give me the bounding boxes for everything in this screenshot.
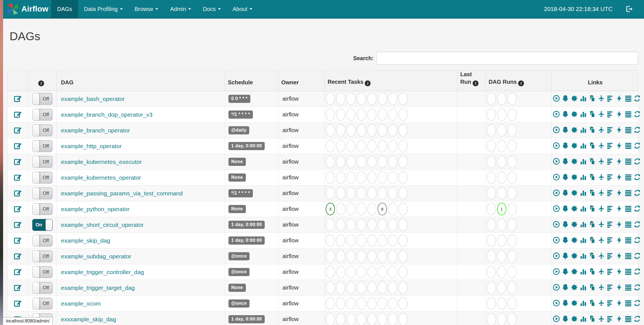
trigger-dag-icon[interactable]	[553, 95, 560, 102]
gantt-icon[interactable]	[607, 299, 614, 307]
edit-dag-icon[interactable]	[14, 189, 22, 197]
edit-dag-icon[interactable]	[14, 110, 22, 119]
recent-task-circle[interactable]	[346, 234, 356, 247]
dag-name-link[interactable]: example_xcom	[61, 300, 101, 307]
schedule-badge[interactable]: 1 day, 0:00:00	[228, 142, 265, 150]
recent-task-circle[interactable]	[398, 108, 408, 121]
dag-run-circle[interactable]	[497, 124, 506, 137]
graph-view-icon[interactable]	[571, 173, 578, 181]
recent-task-circle[interactable]	[336, 234, 345, 247]
dag-run-circle[interactable]	[497, 297, 506, 310]
dag-run-circle[interactable]	[487, 140, 496, 152]
dag-name-link[interactable]: example_kubernetes_executor	[61, 159, 142, 165]
recent-task-circle[interactable]	[367, 313, 377, 325]
dag-run-circle[interactable]	[507, 250, 517, 263]
dag-pause-toggle[interactable]: Off	[32, 109, 53, 121]
recent-task-circle[interactable]	[326, 297, 335, 310]
recent-task-circle[interactable]	[336, 155, 345, 168]
nav-item-docs[interactable]: Docs	[197, 0, 227, 18]
edit-dag-icon[interactable]	[14, 236, 22, 245]
recent-task-circle[interactable]	[378, 92, 387, 105]
landing-times-icon[interactable]	[598, 252, 605, 259]
code-icon[interactable]	[616, 126, 623, 134]
recent-task-circle[interactable]	[336, 124, 345, 137]
code-icon[interactable]	[616, 252, 623, 259]
recent-task-circle[interactable]: 8	[378, 203, 387, 215]
recent-task-circle[interactable]	[388, 124, 397, 137]
recent-task-circle[interactable]	[336, 108, 345, 121]
trigger-dag-icon[interactable]	[553, 268, 560, 275]
recent-task-circle[interactable]	[357, 266, 366, 278]
recent-task-circle[interactable]	[357, 234, 366, 247]
dag-run-circle[interactable]	[487, 187, 496, 200]
tree-view-icon[interactable]	[562, 205, 569, 212]
task-tries-icon[interactable]	[589, 110, 596, 118]
tree-view-icon[interactable]	[562, 315, 569, 322]
recent-task-circle[interactable]	[378, 124, 387, 137]
details-icon[interactable]	[625, 236, 632, 244]
recent-task-circle[interactable]	[388, 266, 397, 278]
dag-run-circle[interactable]	[487, 92, 496, 105]
details-icon[interactable]	[625, 189, 632, 197]
recent-task-circle[interactable]	[398, 218, 408, 231]
tree-view-icon[interactable]	[562, 268, 569, 275]
recent-task-circle[interactable]	[346, 297, 356, 310]
recent-task-circle[interactable]	[346, 281, 356, 294]
task-duration-icon[interactable]	[580, 142, 587, 149]
recent-task-circle[interactable]	[378, 297, 387, 310]
dag-run-circle[interactable]	[497, 187, 506, 200]
edit-dag-icon[interactable]	[14, 252, 22, 260]
dag-pause-toggle[interactable]: Off	[32, 188, 53, 199]
recent-task-circle[interactable]	[388, 155, 397, 168]
recent-task-circle[interactable]	[346, 313, 356, 325]
recent-task-circle[interactable]	[388, 297, 397, 310]
recent-task-circle[interactable]	[346, 250, 356, 263]
logout-icon[interactable]	[625, 5, 633, 13]
recent-task-circle[interactable]	[346, 140, 356, 152]
dag-pause-toggle[interactable]: Off	[32, 250, 53, 262]
gantt-icon[interactable]	[607, 189, 614, 197]
recent-task-circle[interactable]	[326, 218, 335, 231]
code-icon[interactable]	[616, 142, 623, 149]
landing-times-icon[interactable]	[598, 205, 605, 212]
task-tries-icon[interactable]	[589, 284, 596, 291]
dag-pause-toggle[interactable]: Off	[32, 203, 53, 215]
recent-task-circle[interactable]	[388, 187, 397, 200]
recent-task-circle[interactable]	[336, 313, 345, 325]
details-icon[interactable]	[625, 284, 632, 291]
dag-run-circle[interactable]	[497, 313, 506, 325]
recent-task-circle[interactable]	[367, 108, 377, 121]
task-tries-icon[interactable]	[589, 158, 596, 165]
gantt-icon[interactable]	[607, 205, 614, 212]
recent-task-circle[interactable]	[336, 171, 345, 184]
trigger-dag-icon[interactable]	[553, 315, 560, 322]
task-tries-icon[interactable]	[589, 268, 596, 275]
dag-run-circle[interactable]	[487, 281, 496, 294]
task-tries-icon[interactable]	[589, 126, 596, 134]
dag-pause-toggle[interactable]: Off	[32, 282, 53, 294]
recent-task-circle[interactable]	[378, 281, 387, 294]
recent-task-circle[interactable]	[346, 124, 356, 137]
dag-run-circle[interactable]	[507, 266, 517, 278]
dag-run-circle[interactable]	[487, 108, 496, 121]
task-tries-icon[interactable]	[589, 189, 596, 197]
code-icon[interactable]	[616, 299, 623, 307]
dag-run-circle[interactable]	[487, 171, 496, 184]
task-duration-icon[interactable]	[580, 205, 587, 212]
task-duration-icon[interactable]	[580, 284, 587, 291]
schedule-badge[interactable]: 0 0 * * *	[228, 95, 250, 103]
dag-pause-toggle[interactable]: Off	[32, 125, 53, 136]
dag-run-circle[interactable]	[487, 155, 496, 168]
refresh-icon[interactable]	[634, 284, 641, 291]
recent-task-circle[interactable]	[346, 203, 356, 215]
recent-task-circle[interactable]	[357, 124, 366, 137]
task-duration-icon[interactable]	[580, 189, 587, 197]
nav-item-about[interactable]: About	[227, 0, 258, 18]
dag-pause-toggle[interactable]: On	[32, 219, 53, 231]
dag-name-link[interactable]: example_python_operator	[61, 206, 130, 212]
schedule-badge[interactable]: @once	[228, 299, 250, 308]
task-duration-icon[interactable]	[580, 158, 587, 165]
recent-task-circle[interactable]	[326, 234, 335, 247]
recent-task-circle[interactable]	[336, 92, 345, 105]
tree-view-icon[interactable]	[562, 221, 569, 228]
